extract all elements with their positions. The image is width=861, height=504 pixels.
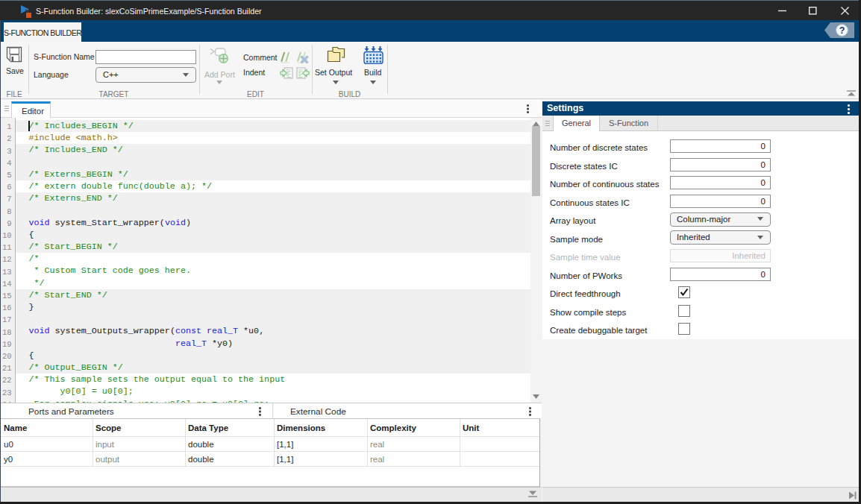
svg-text:?: ? <box>839 25 845 36</box>
